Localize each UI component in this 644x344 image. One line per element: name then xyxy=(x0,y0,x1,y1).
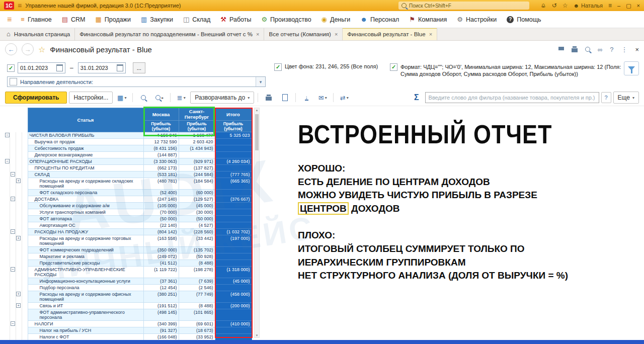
value-cell-moscow[interactable]: (105 000) xyxy=(143,203,179,209)
value-cell-moscow[interactable]: (8 431 156) xyxy=(143,145,179,152)
more-button[interactable]: Еще ▾ xyxy=(613,92,639,104)
value-cell-moscow[interactable]: (480 781) xyxy=(143,178,179,190)
value-cell-total[interactable] xyxy=(215,260,252,267)
value-cell-total[interactable] xyxy=(215,145,252,152)
tab-close-icon[interactable]: × xyxy=(256,31,259,37)
article-cell[interactable]: ПРОЦЕНТЫ ПО КРЕДИТАМ xyxy=(28,165,143,171)
value-cell-spb[interactable]: (244 584) xyxy=(179,171,215,178)
period-to-field[interactable] xyxy=(78,62,126,73)
value-cell-moscow[interactable]: 4 156 946 xyxy=(143,132,179,139)
collapse-node-icon[interactable]: − xyxy=(11,267,15,272)
value-cell-spb[interactable]: (18 673) xyxy=(179,327,215,334)
menu-item-purchases[interactable]: ▥Закупки xyxy=(136,11,178,28)
value-cell-moscow[interactable]: (144 887) xyxy=(143,152,179,158)
article-cell[interactable]: Амортизация ОС xyxy=(28,222,143,229)
tab-2[interactable]: Все отчеты (Компания)× xyxy=(264,28,343,40)
scroll-down-icon[interactable]: ▼ xyxy=(255,334,259,337)
search-next-button[interactable]: ▸ xyxy=(152,92,167,103)
article-cell[interactable]: РАСХОДЫ НА ПРОДАЖУ xyxy=(28,229,143,235)
value-cell-spb[interactable]: (77 749) xyxy=(179,291,215,303)
value-cell-spb[interactable]: (33 952) xyxy=(179,334,215,340)
period-checkbox[interactable]: ✓ xyxy=(7,64,15,72)
article-cell[interactable]: Расходы на аренду и содержание складских… xyxy=(28,178,143,190)
article-cell[interactable]: Налоги с ФОТ xyxy=(28,334,143,340)
value-cell-total[interactable]: (1 318 000) xyxy=(215,267,252,278)
search-button[interactable] xyxy=(136,92,150,103)
value-cell-moscow[interactable]: (249 072) xyxy=(143,253,179,260)
export-button[interactable]: ↓ xyxy=(299,92,313,103)
tab-close-icon[interactable]: × xyxy=(429,31,432,37)
article-cell[interactable]: Дилерское вознаграждение xyxy=(28,152,143,158)
value-cell-moscow[interactable]: (22 140) xyxy=(143,222,179,229)
value-cell-total[interactable] xyxy=(215,165,252,171)
period-to-input[interactable] xyxy=(78,65,115,71)
value-cell-spb[interactable]: 1 168 477 xyxy=(179,132,215,139)
article-cell[interactable]: СКЛАД xyxy=(28,171,143,178)
bg-color-checkbox[interactable]: ✓ xyxy=(274,63,282,71)
value-cell-total[interactable] xyxy=(215,209,252,216)
article-cell[interactable]: ОПЕРАЦИОННЫЕ РАСХОДЫ xyxy=(28,158,143,165)
period-from-input[interactable] xyxy=(18,65,54,71)
collapse-node-icon[interactable]: − xyxy=(5,133,10,137)
value-cell-total[interactable]: (410 000) xyxy=(215,321,252,327)
value-cell-moscow[interactable]: (37 361) xyxy=(143,278,179,285)
close-window-button[interactable]: × xyxy=(637,3,640,9)
value-cell-moscow[interactable]: (1 119 722) xyxy=(143,267,179,278)
value-cell-total[interactable]: (197 000) xyxy=(215,235,252,247)
value-cell-moscow[interactable]: (498 145) xyxy=(143,309,179,321)
value-cell-moscow[interactable]: (50 000) xyxy=(143,216,179,222)
value-cell-moscow[interactable]: (380 251) xyxy=(143,291,179,303)
minimize-button[interactable]: – xyxy=(617,3,620,9)
value-cell-total[interactable] xyxy=(215,203,252,209)
value-cell-spb[interactable]: (69 601) xyxy=(179,321,215,327)
menu-item-sales[interactable]: ▦Продажи xyxy=(90,11,136,28)
value-cell-total[interactable] xyxy=(215,152,252,158)
article-cell[interactable]: Себестоимость продаж xyxy=(28,145,143,152)
expand-to-button[interactable]: Разворачивать до ▾ xyxy=(190,92,254,104)
service-menu-icon[interactable]: ≡ xyxy=(608,2,612,9)
expand-node-icon[interactable]: + xyxy=(16,179,21,183)
value-cell-total[interactable] xyxy=(215,327,252,334)
scroll-up-icon[interactable]: ▲ xyxy=(255,109,259,112)
value-cell-spb[interactable]: (60 000) xyxy=(179,190,215,196)
favorites-star-icon[interactable]: ☆ xyxy=(562,2,568,9)
expand-node-icon[interactable]: + xyxy=(16,292,21,296)
article-cell[interactable]: Налог на прибыль / УСН xyxy=(28,327,143,334)
collapse-node-icon[interactable]: − xyxy=(5,159,10,163)
value-cell-total[interactable]: 5 325 023 xyxy=(215,132,252,139)
value-cell-spb[interactable]: (50 000) xyxy=(179,216,215,222)
menu-item-money[interactable]: ◉Деньги xyxy=(316,11,356,28)
direction-checkbox[interactable] xyxy=(10,78,17,85)
article-cell[interactable]: ФОТ административно-управленческого перс… xyxy=(28,309,143,321)
value-cell-total[interactable] xyxy=(215,216,252,222)
column-header-spb[interactable]: Санкт-Петербург xyxy=(179,108,215,121)
column-header-article[interactable]: Статья xyxy=(28,108,143,132)
value-cell-moscow[interactable]: (191 512) xyxy=(143,303,179,309)
value-cell-total[interactable] xyxy=(215,253,252,260)
article-cell[interactable]: Маркетинг и реклама xyxy=(28,253,143,260)
filter-settings-button[interactable] xyxy=(624,61,639,75)
value-cell-spb[interactable]: (137 827) xyxy=(179,165,215,171)
collapse-node-icon[interactable]: − xyxy=(11,229,15,234)
collapse-node-icon[interactable]: − xyxy=(11,321,15,326)
menu-item-help[interactable]: ?Помощь xyxy=(502,11,546,28)
filter-help-button[interactable]: ? xyxy=(601,92,611,103)
calendar-icon[interactable] xyxy=(117,64,123,71)
value-cell-moscow[interactable]: (533 181) xyxy=(143,171,179,178)
current-user[interactable]: ☻ Наталья xyxy=(573,3,603,9)
value-cell-total[interactable] xyxy=(215,285,252,291)
tab-3[interactable]: Финансовый результат - Blue× xyxy=(343,28,437,40)
main-menu-icon[interactable]: ≡ xyxy=(18,2,22,10)
subheader-spb[interactable]: Прибыль (убыток) xyxy=(179,121,215,132)
value-cell-total[interactable] xyxy=(215,139,252,145)
tab-close-icon[interactable]: × xyxy=(335,31,338,37)
value-cell-total[interactable]: (1 032 702) xyxy=(215,229,252,235)
value-cell-total[interactable]: (4 260 034) xyxy=(215,158,252,165)
column-header-moscow[interactable]: Москва xyxy=(143,108,179,121)
value-cell-moscow[interactable]: (163 558) xyxy=(143,235,179,247)
article-cell[interactable]: АДМИНИСТРАТИВНО-УПРАВЛЕНЧЕСКИЕ РАСХОДЫ xyxy=(28,267,143,278)
value-cell-moscow[interactable]: (70 000) xyxy=(143,209,179,216)
collapse-node-icon[interactable]: − xyxy=(11,172,15,177)
close-report-icon[interactable]: × xyxy=(635,46,639,53)
tab-1[interactable]: Финансовый результат по подразделениям -… xyxy=(75,28,264,40)
